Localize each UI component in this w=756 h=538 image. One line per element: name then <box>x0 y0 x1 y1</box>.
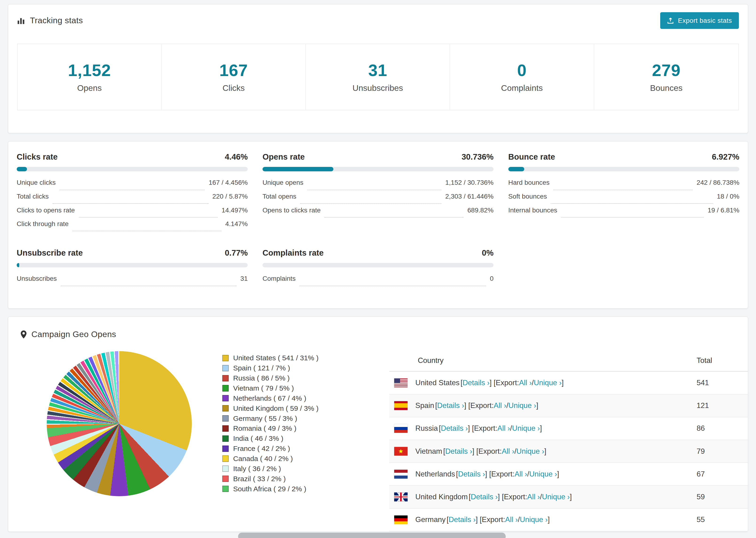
rate-stat-value: 2,303 / 61.446% <box>445 192 494 200</box>
export-all-link[interactable]: All › <box>527 493 540 501</box>
map-pin-icon <box>20 330 27 339</box>
rate-stat-label: Opens to clicks rate <box>262 206 321 214</box>
export-unique-link[interactable]: Unique › <box>534 379 562 387</box>
rate-stat-label: Unique opens <box>262 179 303 187</box>
geo-table-row-netherlands: Netherlands [Details ›] [Export: All › /… <box>389 463 747 486</box>
slash-text: / <box>514 447 516 456</box>
legend-label: India ( 46 / 3% ) <box>233 435 283 443</box>
rate-stat-row: Total opens2,303 / 61.446% <box>262 192 494 206</box>
rate-stat-value: 18 / 0% <box>717 192 739 200</box>
geo-table-row-spain: Spain [Details ›] [Export: All › / Uniqu… <box>389 395 747 417</box>
export-unique-link[interactable]: Unique › <box>512 424 540 433</box>
details-link[interactable]: Details › <box>441 424 468 433</box>
legend-item-united-states: United States ( 541 / 31% ) <box>222 353 346 363</box>
stats-row: 1,152Opens167Clicks31Unsubscribes0Compla… <box>17 44 739 110</box>
rate-title: Complaints rate <box>262 248 324 257</box>
nl-flag-icon <box>394 470 407 479</box>
bracket-text: [ <box>469 493 471 501</box>
export-unique-link[interactable]: Unique › <box>542 493 570 501</box>
details-link[interactable]: Details › <box>458 470 485 478</box>
country-cell: Russia [Details ›] [Export: All › / Uniq… <box>389 424 697 433</box>
rate-stat-value: 0 <box>490 275 494 282</box>
export-unique-link[interactable]: Unique › <box>516 447 544 456</box>
bracket-text: [ <box>439 424 441 433</box>
export-all-link[interactable]: All › <box>505 515 518 524</box>
export-all-link[interactable]: All › <box>519 379 532 387</box>
rates-card: Clicks rate4.46%Unique clicks167 / 4.456… <box>8 141 748 308</box>
country-total: 541 <box>697 379 747 387</box>
legend-color-swatch <box>222 425 229 432</box>
details-link[interactable]: Details › <box>462 379 490 387</box>
legend-color-swatch <box>222 395 229 402</box>
rate-header: Clicks rate4.46% <box>17 152 248 161</box>
country-column-header: Country <box>389 356 697 365</box>
export-icon <box>667 17 674 24</box>
horizontal-scrollbar-thumb[interactable] <box>238 533 506 538</box>
rate-stat-label: Click through rate <box>17 220 69 228</box>
country-total: 121 <box>697 402 747 410</box>
bracket-text: ] <box>536 402 538 410</box>
rate-stat-label: Internal bounces <box>508 206 557 214</box>
details-link[interactable]: Details › <box>471 493 498 501</box>
dotted-leader <box>553 190 693 190</box>
export-all-link[interactable]: All › <box>514 470 527 478</box>
es-flag-icon <box>394 401 407 410</box>
geo-table-row-russia: Russia [Details ›] [Export: All › / Uniq… <box>389 417 747 440</box>
details-link[interactable]: Details › <box>445 447 472 456</box>
dotted-leader <box>300 203 441 204</box>
dotted-leader <box>299 286 486 286</box>
legend-label: United States ( 541 / 31% ) <box>233 354 319 362</box>
stat-value: 1,152 <box>68 61 111 80</box>
vn-flag-icon <box>394 447 407 456</box>
progress-bar-fill <box>17 167 27 171</box>
legend-item-germany: Germany ( 55 / 3% ) <box>222 413 346 423</box>
geo-body: United States ( 541 / 31% )Spain ( 121 /… <box>8 350 747 531</box>
details-link[interactable]: Details › <box>437 402 464 410</box>
export-all-link[interactable]: All › <box>494 402 507 410</box>
geo-table-header-row: Country Total <box>389 350 747 372</box>
rate-percentage: 30.736% <box>461 152 494 161</box>
export-basic-stats-label: Export basic stats <box>678 17 732 25</box>
export-all-link[interactable]: All › <box>502 447 514 456</box>
legend-item-italy: Italy ( 36 / 2% ) <box>222 463 346 474</box>
legend-label: France ( 42 / 2% ) <box>233 445 290 453</box>
total-column-header: Total <box>697 356 747 365</box>
export-basic-stats-button[interactable]: Export basic stats <box>660 12 739 29</box>
details-link[interactable]: Details › <box>449 515 476 524</box>
stat-value: 279 <box>652 61 681 80</box>
rate-stat-value: 31 <box>241 275 248 282</box>
export-unique-link[interactable]: Unique › <box>520 515 548 524</box>
geo-header: Campaign Geo Opens <box>8 330 747 339</box>
rate-header: Unsubscribe rate0.77% <box>17 248 248 257</box>
rate-stat-value: 1,152 / 30.736% <box>445 179 494 187</box>
country-name: United States <box>415 379 459 387</box>
rate-title: Bounce rate <box>508 152 555 161</box>
legend-item-united-kingdom: United Kingdom ( 59 / 3% ) <box>222 403 346 413</box>
legend-color-swatch <box>222 476 229 482</box>
export-unique-link[interactable]: Unique › <box>529 470 557 478</box>
rate-stat-label: Unsubscribes <box>17 275 57 282</box>
legend-color-swatch <box>222 355 229 361</box>
country-name: Russia <box>415 424 438 433</box>
legend-color-swatch <box>222 415 229 422</box>
slash-text: / <box>540 493 542 501</box>
legend-item-south-africa: South Africa ( 29 / 2% ) <box>222 484 346 494</box>
slash-text: / <box>532 379 534 387</box>
rate-stat-value: 242 / 86.738% <box>697 179 739 187</box>
rate-stat-value: 14.497% <box>222 206 248 214</box>
export-unique-link[interactable]: Unique › <box>508 402 536 410</box>
country-total: 67 <box>697 470 747 478</box>
stat-label: Bounces <box>650 83 682 93</box>
rate-stat-label: Clicks to opens rate <box>17 206 75 214</box>
bracket-text: ] [Export: <box>490 379 519 387</box>
legend-label: Italy ( 36 / 2% ) <box>233 465 281 473</box>
rate-percentage: 4.46% <box>225 152 248 161</box>
export-all-link[interactable]: All › <box>497 424 510 433</box>
stat-box-clicks: 167Clicks <box>162 44 306 110</box>
legend-item-netherlands: Netherlands ( 67 / 4% ) <box>222 393 346 403</box>
country-total: 86 <box>697 424 747 433</box>
tracking-stats-page: Tracking stats Export basic stats 1,152O… <box>0 0 756 538</box>
rate-percentage: 0.77% <box>225 248 248 257</box>
rate-block-clicks-rate: Clicks rate4.46%Unique clicks167 / 4.456… <box>17 152 248 234</box>
bracket-text: [ <box>435 402 437 410</box>
